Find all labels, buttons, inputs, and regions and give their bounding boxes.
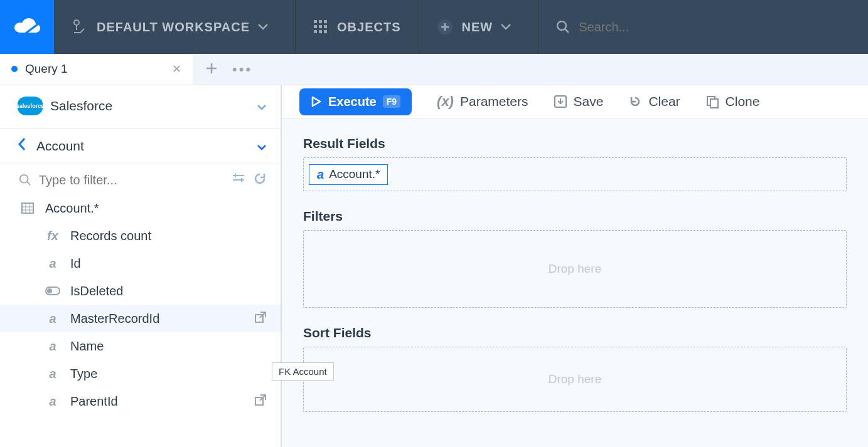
external-link-icon [254, 394, 267, 406]
field-filter-input[interactable] [39, 173, 224, 187]
function-icon: fx [47, 229, 58, 243]
plus-circle-icon [437, 19, 453, 35]
workspace-icon [72, 19, 88, 35]
execute-label: Execute [328, 95, 377, 109]
plus-icon [206, 63, 217, 74]
clone-button[interactable]: Clone [705, 94, 760, 109]
new-label: NEW [462, 20, 493, 34]
execute-button[interactable]: Execute F9 [299, 88, 412, 115]
app-logo[interactable] [0, 0, 54, 54]
table-icon [21, 202, 34, 214]
field-label: IsDeleted [70, 284, 124, 298]
tab-label: Query 1 [25, 62, 68, 76]
new-menu[interactable]: NEW [419, 0, 539, 54]
field-row[interactable]: aId [0, 250, 281, 277]
tab-query-1[interactable]: Query 1 ✕ [0, 54, 193, 85]
search-input[interactable] [579, 20, 737, 34]
sort-fields-dropzone[interactable]: Drop here [303, 347, 847, 412]
field-row[interactable]: fxRecords count [0, 222, 281, 250]
svg-rect-5 [319, 25, 322, 28]
execute-shortcut-badge: F9 [383, 95, 400, 108]
drop-placeholder: Drop here [549, 372, 602, 386]
svg-point-0 [74, 20, 79, 25]
parameters-label: Parameters [460, 94, 528, 109]
drop-placeholder: Drop here [549, 262, 602, 276]
text-field-icon: a [49, 367, 56, 381]
field-row[interactable]: aName [0, 332, 281, 360]
text-field-icon: a [49, 339, 56, 354]
clear-label: Clear [648, 94, 680, 109]
search-icon [19, 174, 31, 186]
text-field-icon: a [49, 256, 56, 271]
filters-label: Filters [303, 209, 847, 224]
objects-label: OBJECTS [337, 20, 400, 34]
play-icon [311, 96, 322, 107]
field-label: Name [70, 339, 104, 354]
copy-icon [705, 95, 719, 108]
fk-link-button[interactable] [254, 311, 267, 327]
field-label: Id [70, 256, 81, 271]
clone-label: Clone [726, 94, 760, 109]
workspace-menu[interactable]: DEFAULT WORKSPACE [54, 0, 296, 54]
field-row[interactable]: Account.* [0, 194, 281, 222]
field-label: ParentId [70, 394, 118, 409]
svg-rect-13 [22, 203, 33, 213]
cloud-icon [13, 18, 41, 36]
salesforce-icon: salesforce [18, 97, 43, 115]
field-icon-slot: fx [44, 229, 62, 243]
object-breadcrumb[interactable]: Account [0, 128, 281, 164]
filters-dropzone[interactable]: Drop here [303, 230, 847, 308]
result-fields-label: Result Fields [303, 136, 847, 151]
objects-menu[interactable]: OBJECTS [296, 0, 419, 54]
result-fields-dropzone[interactable]: a Account.* [303, 157, 847, 191]
chevron-down-icon [257, 98, 267, 113]
global-search[interactable] [538, 0, 868, 54]
field-icon-slot: a [44, 339, 62, 354]
object-name: Account [36, 139, 84, 154]
tab-overflow-menu[interactable]: ••• [232, 61, 252, 78]
refresh-icon[interactable] [253, 172, 267, 188]
undo-icon [628, 95, 642, 108]
new-tab-button[interactable] [206, 61, 217, 78]
field-type-icon: a [317, 167, 324, 182]
field-row[interactable]: aMasterRecordId [0, 305, 281, 332]
sort-fields-label: Sort Fields [303, 325, 847, 340]
svg-rect-8 [319, 30, 322, 33]
parameters-button[interactable]: (x) Parameters [437, 93, 528, 110]
tab-bar: Query 1 ✕ ••• [0, 54, 868, 85]
field-row[interactable]: aParentId [0, 387, 281, 415]
text-field-icon: a [49, 394, 56, 409]
result-field-chip[interactable]: a Account.* [309, 164, 388, 185]
field-icon-slot: a [44, 394, 62, 409]
field-icon-slot: a [44, 312, 62, 326]
fk-link-button[interactable] [254, 394, 267, 409]
connection-selector[interactable]: salesforce Salesforce [0, 85, 281, 128]
workspace-label: DEFAULT WORKSPACE [97, 20, 250, 34]
clear-button[interactable]: Clear [628, 94, 680, 109]
svg-point-15 [47, 288, 52, 293]
svg-rect-4 [314, 25, 317, 28]
external-link-icon [254, 311, 267, 323]
back-button[interactable] [18, 137, 26, 155]
settings-icon[interactable] [232, 172, 245, 187]
field-icon-slot [19, 202, 36, 214]
svg-rect-6 [324, 25, 327, 28]
toggle-icon [45, 287, 60, 295]
svg-point-11 [557, 21, 566, 30]
svg-rect-2 [319, 20, 322, 23]
save-button[interactable]: Save [554, 94, 604, 109]
field-icon-slot: a [44, 256, 62, 271]
field-row[interactable]: IsDeleted [0, 277, 281, 305]
field-label: Type [70, 367, 97, 381]
chevron-down-icon [257, 23, 269, 31]
expand-toggle[interactable] [257, 139, 267, 154]
svg-rect-20 [710, 99, 718, 108]
close-tab-button[interactable]: ✕ [172, 62, 181, 76]
chip-label: Account.* [329, 167, 380, 181]
field-row[interactable]: aType [0, 360, 281, 387]
svg-point-12 [20, 175, 28, 183]
query-toolbar: Execute F9 (x) Parameters Save Clear [282, 85, 868, 118]
chevron-down-icon [500, 23, 512, 31]
field-icon-slot [44, 287, 62, 295]
field-label: Records count [70, 229, 151, 243]
